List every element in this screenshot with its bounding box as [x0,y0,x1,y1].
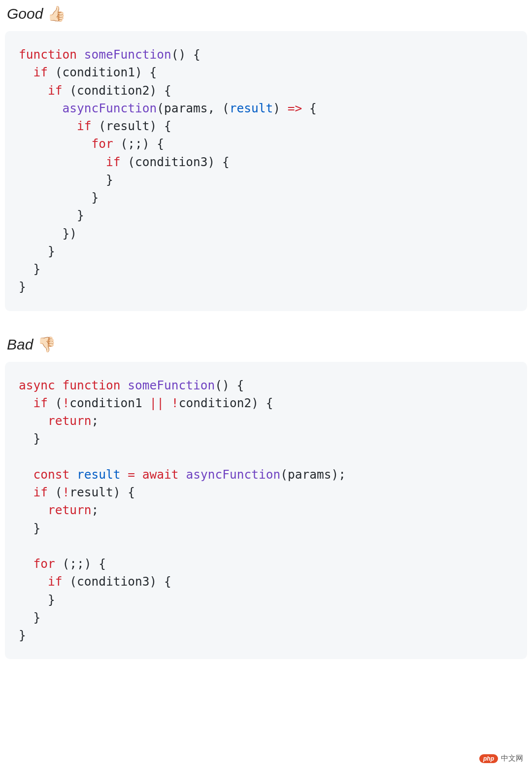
bad-code-block: async function someFunction() { if (!con… [5,362,527,660]
thumbs-up-icon: 👍🏻 [47,5,66,22]
good-label: Good 👍🏻 [7,5,527,22]
good-label-text: Good [7,5,43,22]
bad-label: Bad 👎🏻 [7,336,527,353]
good-code-block: function someFunction() { if (condition1… [5,31,527,311]
thumbs-down-icon: 👎🏻 [37,336,56,352]
bad-label-text: Bad [7,336,33,352]
